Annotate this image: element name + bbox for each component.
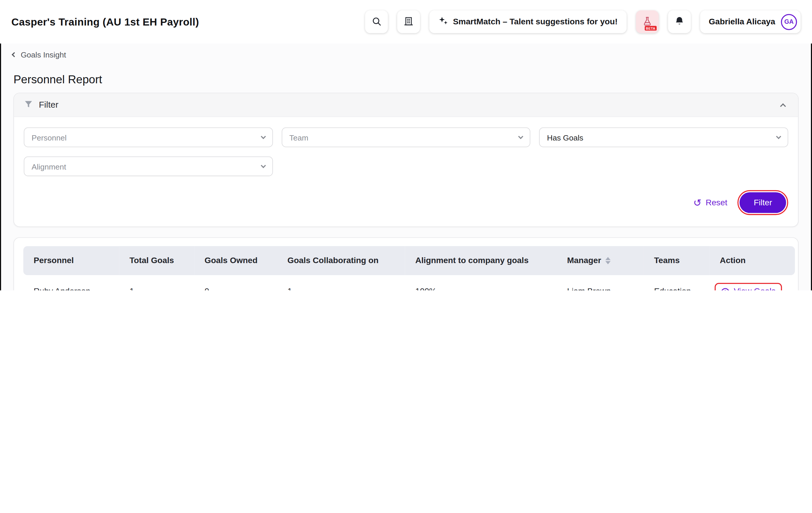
team-filter-placeholder: Team: [289, 133, 309, 142]
beta-badge: BETA: [645, 26, 657, 30]
manager-column-label: Manager: [567, 256, 601, 266]
chevron-left-icon: [12, 52, 17, 57]
column-header-total-goals: Total Goals: [119, 246, 194, 275]
reset-button[interactable]: ↺ Reset: [693, 198, 727, 208]
smartmatch-label: SmartMatch – Talent suggestions for you!: [453, 17, 618, 26]
eye-icon: [721, 287, 730, 290]
column-header-goals-owned: Goals Owned: [194, 246, 277, 275]
annotation-highlight-filter-button: Filter: [737, 190, 788, 215]
filter-panel-header[interactable]: Filter: [14, 93, 798, 117]
filter-row-1: Personnel Team Has Goals: [24, 128, 788, 147]
team-filter-dropdown[interactable]: Team: [282, 128, 530, 147]
chevron-down-icon: [261, 163, 266, 168]
personnel-report-card: Personnel Total Goals Goals Owned Goals …: [13, 237, 799, 290]
filter-panel-title: Filter: [39, 100, 58, 110]
user-menu[interactable]: Gabriella Alicaya GA: [700, 10, 801, 33]
column-header-teams: Teams: [644, 246, 709, 275]
breadcrumb-label: Goals Insight: [21, 50, 66, 59]
beta-features-button[interactable]: BETA: [636, 10, 659, 33]
breadcrumb-back[interactable]: Goals Insight: [12, 50, 66, 59]
column-header-action: Action: [709, 246, 795, 275]
table-body: Ruby Anderson 1 0 1 100% Liam Brown Educ…: [23, 275, 795, 290]
alignment-filter-placeholder: Alignment: [32, 162, 66, 171]
chevron-down-icon: [776, 134, 781, 139]
table-row: Ruby Anderson 1 0 1 100% Liam Brown Educ…: [23, 275, 795, 290]
cell-personnel: Ruby Anderson: [23, 275, 119, 290]
search-icon: [371, 16, 381, 28]
search-button[interactable]: [365, 10, 388, 33]
cell-manager: Liam Brown: [557, 275, 644, 290]
cell-goals-collaborating: 1: [277, 275, 405, 290]
smartmatch-button[interactable]: SmartMatch – Talent suggestions for you!: [429, 10, 627, 33]
cell-teams: Education: [644, 275, 709, 290]
top-actions: SmartMatch – Talent suggestions for you!…: [365, 10, 801, 33]
reset-icon: ↺: [693, 198, 701, 208]
filter-actions: ↺ Reset Filter: [24, 190, 788, 215]
building-icon: [403, 16, 414, 28]
sort-icon[interactable]: [605, 257, 611, 264]
bell-icon: [674, 16, 684, 28]
filter-submit-button[interactable]: Filter: [740, 192, 786, 213]
filter-panel: Filter Personnel Team Has Goals: [13, 93, 799, 227]
personnel-table: Personnel Total Goals Goals Owned Goals …: [23, 246, 795, 290]
personnel-filter-dropdown[interactable]: Personnel: [24, 128, 272, 147]
chevron-down-icon: [518, 134, 523, 139]
has-goals-filter-value: Has Goals: [547, 133, 583, 142]
organisation-button[interactable]: [397, 10, 420, 33]
column-header-alignment: Alignment to company goals: [405, 246, 557, 275]
cell-total-goals: 1: [119, 275, 194, 290]
view-goals-label: View Goals: [734, 286, 775, 290]
personnel-filter-placeholder: Personnel: [32, 133, 66, 142]
app-window: Casper's Training (AU 1st EH Payroll) Sm…: [0, 0, 812, 290]
funnel-icon: [24, 99, 33, 111]
avatar: GA: [781, 14, 797, 30]
table-header-row: Personnel Total Goals Goals Owned Goals …: [23, 246, 795, 275]
filter-row-2: Alignment: [24, 157, 788, 176]
alignment-filter-dropdown[interactable]: Alignment: [24, 157, 272, 176]
cell-action: View Goals: [709, 275, 795, 290]
has-goals-filter-dropdown[interactable]: Has Goals: [540, 128, 788, 147]
reset-label: Reset: [705, 198, 727, 207]
sparkle-icon: [438, 16, 448, 28]
column-header-personnel: Personnel: [23, 246, 119, 275]
app-title: Casper's Training (AU 1st EH Payroll): [11, 16, 199, 28]
column-header-manager[interactable]: Manager: [557, 246, 644, 275]
notifications-button[interactable]: [668, 10, 691, 33]
chevron-down-icon: [261, 134, 266, 139]
collapse-chevron-icon[interactable]: [780, 103, 786, 109]
column-header-goals-collaborating: Goals Collaborating on: [277, 246, 405, 275]
filter-panel-body: Personnel Team Has Goals Alignment: [14, 117, 798, 226]
page-title: Personnel Report: [13, 73, 812, 86]
cell-alignment: 100%: [405, 275, 557, 290]
view-goals-link[interactable]: View Goals: [715, 283, 782, 290]
top-bar: Casper's Training (AU 1st EH Payroll) Sm…: [0, 0, 812, 44]
cell-goals-owned: 0: [194, 275, 277, 290]
user-name: Gabriella Alicaya: [709, 17, 775, 26]
